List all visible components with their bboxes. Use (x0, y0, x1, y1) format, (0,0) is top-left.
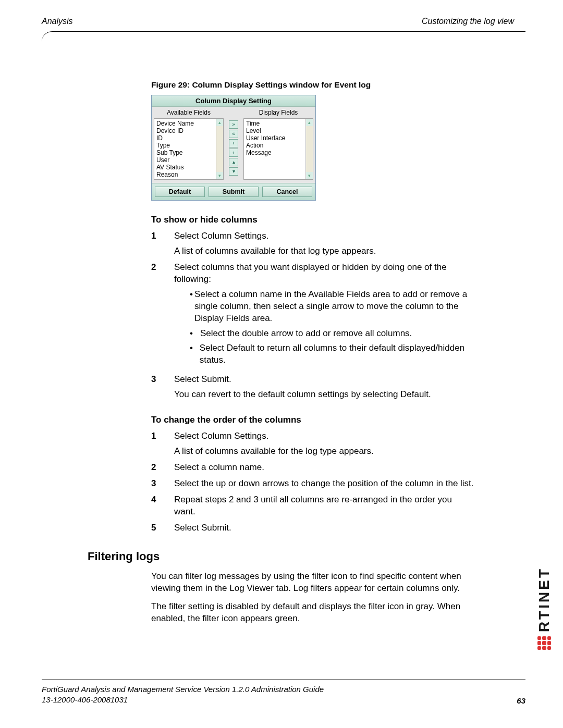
move-all-right-button[interactable]: » (229, 120, 238, 129)
move-left-button[interactable]: ‹ (229, 149, 238, 157)
step-text: Repeat steps 2 and 3 until all columns a… (174, 494, 474, 518)
figure-caption: Figure 29: Column Display Settings windo… (151, 80, 525, 90)
procedure-heading: To change the order of the columns (151, 414, 474, 426)
bullet-icon: • (190, 342, 200, 366)
scrollbar[interactable]: ▴▾ (305, 119, 313, 179)
move-down-button[interactable]: ▾ (229, 167, 238, 176)
page-header: Analysis Customizing the log view (30, 10, 525, 29)
scroll-down-icon[interactable]: ▾ (216, 172, 223, 179)
step-number: 3 (151, 478, 174, 490)
list-item[interactable]: Device ID (156, 127, 221, 134)
list-item[interactable]: Type (156, 142, 221, 149)
logo-text: RTINET (537, 567, 552, 632)
list-item[interactable]: Reason (156, 171, 221, 178)
bullet-icon: • (190, 328, 200, 340)
step-text: Select Submit. (174, 522, 474, 534)
paragraph: You can filter log messages by using the… (151, 571, 474, 595)
scroll-down-icon[interactable]: ▾ (306, 172, 313, 179)
scroll-up-icon[interactable]: ▴ (306, 119, 313, 126)
step-text: Select Column Settings. (174, 230, 474, 242)
move-all-left-button[interactable]: « (229, 130, 238, 138)
step-number: 3 (151, 374, 174, 401)
list-item[interactable]: Time (246, 120, 311, 127)
paragraph: The filter setting is disabled by defaul… (151, 601, 474, 625)
list-item[interactable]: AV Status (156, 164, 221, 171)
list-item[interactable]: ID (156, 134, 221, 142)
list-item[interactable]: User Interface (246, 134, 311, 142)
step-text: Select columns that you want displayed o… (174, 262, 474, 286)
move-up-button[interactable]: ▴ (229, 158, 238, 166)
display-fields-header: Display Fields (241, 107, 315, 118)
submit-button[interactable]: Submit (209, 187, 259, 197)
display-fields-listbox[interactable]: Time Level User Interface Action Message… (243, 118, 313, 180)
dialog-title: Column Display Setting (152, 95, 315, 107)
list-item[interactable]: Level (246, 127, 311, 134)
move-right-button[interactable]: › (229, 139, 238, 147)
step-text: Select a column name. (174, 462, 474, 474)
bullet-text: Select a column name in the Available Fi… (194, 289, 474, 325)
footer-docid: 13-12000-406-20081031 (42, 695, 324, 705)
step-number: 1 (151, 230, 174, 257)
fortinet-logo: RTINET (537, 567, 552, 650)
available-fields-header: Available Fields (152, 107, 226, 118)
default-button[interactable]: Default (155, 187, 205, 197)
list-item[interactable]: Action (246, 142, 311, 149)
column-display-dialog: Column Display Setting Available Fields … (151, 95, 316, 201)
step-number: 1 (151, 430, 174, 458)
step-number: 2 (151, 462, 174, 474)
list-item[interactable]: Device Name (156, 120, 221, 127)
scrollbar[interactable]: ▴▾ (216, 119, 223, 179)
step-number: 4 (151, 494, 174, 518)
page-footer: FortiGuard Analysis and Management Servi… (42, 680, 525, 706)
available-fields-listbox[interactable]: Device Name Device ID ID Type Sub Type U… (154, 118, 224, 180)
step-number: 2 (151, 262, 174, 370)
bullet-icon: • (190, 289, 194, 325)
procedure-heading: To show or hide columns (151, 214, 474, 226)
scroll-up-icon[interactable]: ▴ (216, 119, 223, 126)
step-number: 5 (151, 522, 174, 534)
bullet-text: Select the double arrow to add or remove… (200, 328, 412, 340)
footer-title: FortiGuard Analysis and Management Servi… (42, 684, 324, 695)
page-number: 63 (517, 696, 525, 705)
logo-mark-icon (537, 636, 551, 650)
step-text: Select the up or down arrows to change t… (174, 478, 474, 490)
step-text: A list of columns available for the log … (174, 446, 474, 458)
step-text: You can revert to the default column set… (174, 389, 474, 401)
section-heading: Filtering logs (88, 550, 525, 563)
list-item[interactable]: User (156, 156, 221, 164)
list-item[interactable]: Sub Type (156, 149, 221, 156)
step-text: Select Column Settings. (174, 430, 474, 442)
header-right: Customizing the log view (422, 17, 514, 26)
step-text: Select Submit. (174, 374, 474, 386)
cancel-button[interactable]: Cancel (262, 187, 312, 197)
list-item[interactable]: Message (246, 149, 311, 156)
header-rule (30, 28, 525, 43)
step-text: A list of columns available for that log… (174, 245, 474, 257)
header-left: Analysis (42, 17, 73, 26)
bullet-text: Select Default to return all columns to … (200, 342, 474, 366)
